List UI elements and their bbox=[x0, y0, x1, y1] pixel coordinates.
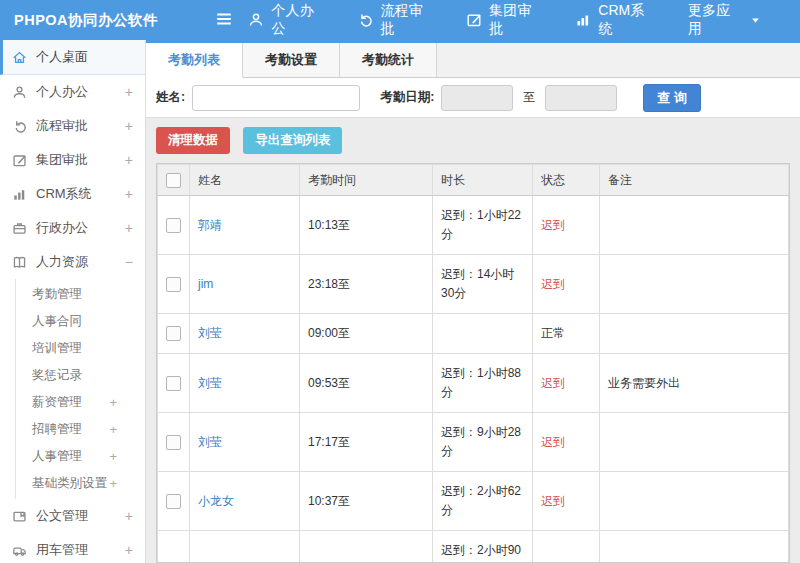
table-row: 刘莹09:00至正常 bbox=[158, 314, 789, 354]
body-row: 个人桌面个人办公+流程审批+集团审批+CRM系统+行政办公+人力资源−考勤管理人… bbox=[0, 40, 800, 563]
sidebar-item-human-resources[interactable]: 人力资源− bbox=[0, 245, 145, 279]
expander-icon[interactable]: + bbox=[125, 186, 133, 202]
remark-cell: 业务需要外出 bbox=[600, 354, 789, 413]
expander-icon[interactable]: − bbox=[125, 254, 133, 270]
topnav-item-group-approval[interactable]: 集团审批 bbox=[466, 2, 543, 38]
attendance-table: 姓名考勤时间时长状态备注 郭靖10:13至迟到：1小时22分迟到jim23:18… bbox=[157, 164, 789, 563]
sidebar-subitem-hr-contract[interactable]: 人事合同 bbox=[16, 308, 145, 335]
expander-icon[interactable]: + bbox=[109, 389, 117, 416]
sidebar-subitem-attendance-management[interactable]: 考勤管理 bbox=[16, 281, 145, 308]
expander-icon[interactable]: + bbox=[125, 118, 133, 134]
action-bar: 清理数据 导出查询列表 bbox=[146, 118, 800, 163]
duration-line: 迟到：1小时88分 bbox=[441, 364, 524, 402]
remark-cell: 1111 bbox=[600, 531, 789, 563]
attendance-name-link[interactable]: 刘莹 bbox=[198, 326, 222, 340]
tab-attendance-list[interactable]: 考勤列表 bbox=[146, 43, 243, 78]
sidebar-subitem-salary-management[interactable]: 薪资管理+ bbox=[16, 389, 145, 416]
sidebar-item-label: 集团审批 bbox=[36, 151, 125, 169]
sidebar-subitem-basic-category-settings[interactable]: 基础类别设置+ bbox=[16, 470, 145, 497]
topnav-item-more-apps[interactable]: 更多应用 bbox=[688, 2, 768, 38]
sidebar-item-personal-office[interactable]: 个人办公+ bbox=[0, 75, 145, 109]
sidebar-item-workflow-approval[interactable]: 流程审批+ bbox=[0, 109, 145, 143]
sidebar-item-admin-office[interactable]: 行政办公+ bbox=[0, 211, 145, 245]
sidebar-subitem-label: 人事合同 bbox=[32, 308, 117, 335]
sidebar-item-label: 公文管理 bbox=[36, 507, 125, 525]
document-icon bbox=[12, 509, 27, 524]
chart-icon bbox=[12, 187, 27, 202]
workflow-icon bbox=[12, 119, 27, 134]
name-cell: 刘莹 bbox=[190, 413, 300, 472]
sidebar-item-crm-system[interactable]: CRM系统+ bbox=[0, 177, 145, 211]
duration-cell: 迟到：1小时22分 bbox=[433, 196, 533, 255]
duration-line: 迟到：1小时22分 bbox=[441, 206, 524, 244]
tab-attendance-statistics[interactable]: 考勤统计 bbox=[340, 43, 437, 77]
main-content: 考勤列表考勤设置考勤统计 姓名: 考勤日期: 至 查 询 清理数据 导出查询列表 bbox=[146, 40, 800, 563]
query-button[interactable]: 查 询 bbox=[643, 84, 701, 112]
attendance-name-link[interactable]: 郭靖 bbox=[198, 218, 222, 232]
sidebar-item-label: CRM系统 bbox=[36, 185, 125, 203]
top-navigation: 个人办公流程审批集团审批CRM系统更多应用 bbox=[248, 2, 800, 38]
time-cell: 09:53至 bbox=[300, 354, 433, 413]
clean-data-button[interactable]: 清理数据 bbox=[156, 127, 230, 154]
expander-icon[interactable]: + bbox=[125, 84, 133, 100]
sidebar-item-label: 个人办公 bbox=[36, 83, 125, 101]
expander-icon[interactable]: + bbox=[125, 220, 133, 236]
table-row: 刘莹17:17至迟到：9小时28分迟到 bbox=[158, 413, 789, 472]
status-cell: 迟到 bbox=[533, 472, 600, 531]
row-checkbox[interactable] bbox=[166, 435, 181, 450]
sidebar-item-label: 行政办公 bbox=[36, 219, 125, 237]
status-cell: 迟到 bbox=[533, 196, 600, 255]
row-checkbox[interactable] bbox=[166, 218, 181, 233]
expander-icon[interactable]: + bbox=[125, 508, 133, 524]
sidebar-subitem-training-management[interactable]: 培训管理 bbox=[16, 335, 145, 362]
sidebar-item-document-management[interactable]: 公文管理+ bbox=[0, 499, 145, 533]
search-bar: 姓名: 考勤日期: 至 查 询 bbox=[146, 78, 800, 118]
sidebar-subitem-personnel-management[interactable]: 人事管理+ bbox=[16, 443, 145, 470]
expander-icon[interactable]: + bbox=[109, 470, 117, 497]
expander-icon[interactable]: + bbox=[109, 416, 117, 443]
tab-attendance-settings[interactable]: 考勤设置 bbox=[243, 43, 340, 77]
topnav-item-workflow-approval[interactable]: 流程审批 bbox=[357, 2, 434, 38]
date-label: 考勤日期: bbox=[380, 89, 434, 106]
column-header: 姓名 bbox=[190, 165, 300, 196]
expander-icon[interactable]: + bbox=[109, 443, 117, 470]
duration-cell: 迟到：1小时88分 bbox=[433, 354, 533, 413]
select-all-checkbox[interactable] bbox=[166, 173, 181, 188]
car-icon bbox=[12, 543, 27, 558]
attendance-name-link[interactable]: 小龙女 bbox=[198, 494, 234, 508]
header-checkbox-cell bbox=[158, 165, 190, 196]
time-cell: 09:00至 bbox=[300, 314, 433, 354]
row-checkbox[interactable] bbox=[166, 376, 181, 391]
topnav-item-crm-system[interactable]: CRM系统 bbox=[575, 2, 656, 38]
hamburger-menu-icon[interactable] bbox=[215, 10, 235, 30]
date-to-input[interactable] bbox=[545, 85, 617, 111]
sidebar-subitem-recruitment-management[interactable]: 招聘管理+ bbox=[16, 416, 145, 443]
table-header-row: 姓名考勤时间时长状态备注 bbox=[158, 165, 789, 196]
row-checkbox[interactable] bbox=[166, 277, 181, 292]
sidebar-item-personal-desktop[interactable]: 个人桌面 bbox=[0, 40, 145, 75]
duration-line: 迟到：14小时30分 bbox=[441, 265, 524, 303]
chart-icon bbox=[575, 12, 591, 28]
attendance-name-link[interactable]: 刘莹 bbox=[198, 435, 222, 449]
sidebar-item-group-approval[interactable]: 集团审批+ bbox=[0, 143, 145, 177]
tab-strip: 考勤列表考勤设置考勤统计 bbox=[146, 43, 800, 78]
attendance-name-link[interactable]: 刘莹 bbox=[198, 376, 222, 390]
row-checkbox[interactable] bbox=[166, 494, 181, 509]
topnav-item-personal-office[interactable]: 个人办公 bbox=[248, 2, 325, 38]
duration-cell bbox=[433, 314, 533, 354]
column-header: 备注 bbox=[600, 165, 789, 196]
remark-cell bbox=[600, 472, 789, 531]
attendance-name-link[interactable]: jim bbox=[198, 277, 213, 291]
expander-icon[interactable]: + bbox=[125, 152, 133, 168]
row-checkbox-cell bbox=[158, 354, 190, 413]
date-from-input[interactable] bbox=[441, 85, 513, 111]
to-label: 至 bbox=[523, 89, 535, 106]
sidebar: 个人桌面个人办公+流程审批+集团审批+CRM系统+行政办公+人力资源−考勤管理人… bbox=[0, 40, 146, 563]
expander-icon[interactable]: + bbox=[125, 542, 133, 558]
sidebar-subitem-reward-punishment[interactable]: 奖惩记录 bbox=[16, 362, 145, 389]
row-checkbox[interactable] bbox=[166, 326, 181, 341]
export-list-button[interactable]: 导出查询列表 bbox=[243, 127, 342, 154]
name-input[interactable] bbox=[192, 85, 360, 111]
home-icon bbox=[12, 50, 27, 65]
sidebar-item-vehicle-management[interactable]: 用车管理+ bbox=[0, 533, 145, 563]
